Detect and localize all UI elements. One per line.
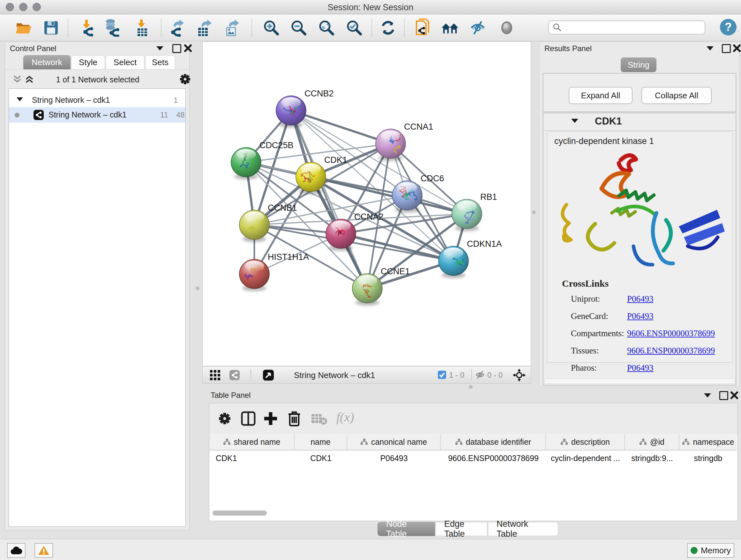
table-panel-close-icon[interactable] bbox=[730, 391, 738, 399]
zoom-out-button[interactable] bbox=[290, 19, 308, 37]
network-node-CCNE1[interactable] bbox=[352, 273, 382, 306]
results-panel-collapse-icon[interactable] bbox=[706, 46, 714, 51]
tab-style[interactable]: Style bbox=[71, 55, 105, 69]
zoom-selected-button[interactable] bbox=[345, 19, 363, 37]
open-session-button[interactable] bbox=[15, 19, 33, 37]
network-node-CDKN1A[interactable] bbox=[439, 246, 468, 278]
selected-checkbox-icon[interactable] bbox=[437, 370, 447, 379]
fit-content-button[interactable] bbox=[318, 19, 335, 37]
cloud-status-button[interactable] bbox=[7, 543, 25, 558]
export-table-button[interactable] bbox=[195, 19, 213, 37]
network-node-CCNB1[interactable] bbox=[239, 210, 269, 242]
export-network-button[interactable] bbox=[168, 19, 186, 37]
warnings-button[interactable] bbox=[35, 543, 53, 558]
tab-network[interactable]: Network bbox=[23, 55, 71, 69]
add-column-icon[interactable] bbox=[263, 411, 278, 426]
crosslink-tissues-link[interactable]: 9606.ENSP00000378699 bbox=[627, 346, 715, 356]
search-field[interactable] bbox=[548, 20, 705, 35]
tab-node-table[interactable]: Node Table bbox=[378, 522, 435, 536]
network-node-CDC25B[interactable] bbox=[231, 147, 261, 179]
help-button[interactable]: ? bbox=[720, 19, 737, 36]
column-label: shared name bbox=[234, 437, 280, 447]
collection-expand-icon[interactable] bbox=[17, 98, 23, 101]
table-hscrollbar-thumb[interactable] bbox=[212, 510, 267, 516]
crosslink-pharos-link[interactable]: P06493 bbox=[627, 363, 654, 373]
import-network-database-button[interactable] bbox=[103, 19, 121, 37]
network-node-CCNA2[interactable] bbox=[326, 219, 356, 251]
string-import-button[interactable] bbox=[414, 19, 432, 37]
results-panel-title: Results Panel bbox=[544, 44, 592, 53]
network-graph[interactable]: CCNB2CCNA1CDC25BCDK1CDC6RB1CCNB1CCNA2CDK… bbox=[203, 42, 530, 365]
memory-button[interactable]: Memory bbox=[687, 543, 734, 558]
import-network-file-button[interactable] bbox=[78, 19, 96, 37]
network-selection-status: 1 of 1 Network selected bbox=[40, 75, 155, 84]
column-label: description bbox=[571, 437, 610, 447]
network-list: String Network – cdk1 1 String Network –… bbox=[9, 88, 186, 527]
save-session-button[interactable] bbox=[42, 19, 60, 37]
tab-select[interactable]: Select bbox=[106, 55, 145, 69]
navigate-crosshair-icon[interactable] bbox=[513, 369, 526, 381]
network-badge-icon[interactable] bbox=[229, 370, 240, 381]
network-node-CCNA1[interactable] bbox=[376, 129, 406, 161]
refresh-view-button[interactable] bbox=[379, 19, 397, 37]
tab-network-table[interactable]: Network Table bbox=[488, 522, 558, 536]
results-panel-float-icon[interactable] bbox=[722, 44, 731, 53]
zoom-in-button[interactable] bbox=[262, 19, 280, 37]
tab-string[interactable]: String bbox=[621, 57, 657, 72]
results-panel-close-icon[interactable] bbox=[733, 44, 741, 52]
network-collection-row[interactable]: String Network – cdk1 1 bbox=[9, 93, 185, 107]
results-tree-box: CDK1 cyclin-dependent kinase 1 bbox=[543, 113, 736, 385]
delete-column-icon[interactable] bbox=[287, 410, 301, 427]
column-header[interactable]: @id bbox=[625, 434, 679, 450]
right-splitter-handle[interactable] bbox=[532, 210, 536, 214]
collapse-all-button[interactable]: Collapse All bbox=[642, 87, 712, 104]
string-preview-button[interactable] bbox=[498, 19, 516, 37]
table-panel-collapse-icon[interactable] bbox=[704, 393, 711, 397]
hidden-elements-icon[interactable] bbox=[475, 370, 485, 379]
column-header[interactable]: description bbox=[546, 434, 625, 450]
left-splitter-handle[interactable] bbox=[196, 287, 199, 290]
string-home-button[interactable] bbox=[441, 19, 459, 37]
birds-eye-view-icon[interactable] bbox=[263, 369, 274, 381]
import-table-file-button[interactable] bbox=[133, 19, 151, 37]
column-header[interactable]: name bbox=[294, 434, 347, 450]
network-edge-CCNB2-RB1[interactable] bbox=[291, 111, 467, 214]
export-image-button[interactable] bbox=[223, 19, 241, 37]
table-settings-gear-icon[interactable] bbox=[218, 412, 231, 425]
expand-all-icon[interactable] bbox=[25, 75, 35, 84]
protein-entry-expand-icon[interactable] bbox=[571, 119, 578, 123]
node-label-CCNB1: CCNB1 bbox=[268, 203, 297, 212]
network-node-count: 11 bbox=[160, 111, 168, 119]
control-panel-float-icon[interactable] bbox=[172, 44, 181, 53]
network-row[interactable]: String Network – cdk1 11 48 bbox=[9, 107, 185, 123]
expand-all-button[interactable]: Expand All bbox=[569, 87, 632, 104]
network-node-HIST1H1A[interactable] bbox=[239, 259, 269, 291]
crosslink-compartments-link[interactable]: 9606.ENSP00000378699 bbox=[627, 328, 715, 338]
results-hscrollbar[interactable] bbox=[544, 379, 735, 384]
column-header[interactable]: shared name bbox=[209, 434, 294, 450]
tab-sets[interactable]: Sets bbox=[145, 55, 175, 69]
control-panel-collapse-icon[interactable] bbox=[156, 46, 163, 51]
control-panel-close-icon[interactable] bbox=[184, 44, 192, 52]
show-columns-icon[interactable] bbox=[241, 411, 256, 426]
network-options-gear-icon[interactable] bbox=[179, 73, 191, 85]
column-header[interactable]: namespace bbox=[679, 434, 737, 450]
network-edge-CCNB2-CCNA1[interactable] bbox=[291, 111, 391, 144]
crosslink-uniprot-link[interactable]: P06493 bbox=[627, 294, 654, 304]
crosslink-genecard-link[interactable]: P06493 bbox=[627, 311, 654, 321]
table-row[interactable]: CDK1 CDK1 P06493 9606.ENSP00000378699 cy… bbox=[209, 450, 737, 466]
grid-view-icon[interactable] bbox=[210, 370, 220, 381]
horizontal-splitter-handle[interactable] bbox=[469, 385, 473, 389]
collapse-all-icon[interactable] bbox=[13, 75, 23, 84]
tab-edge-table[interactable]: Edge Table bbox=[435, 522, 487, 536]
network-canvas[interactable]: CCNB2CCNA1CDC25BCDK1CDC6RB1CCNB1CCNA2CDK… bbox=[202, 42, 531, 366]
column-header[interactable]: database identifier bbox=[441, 434, 546, 450]
column-header[interactable]: canonical name bbox=[347, 434, 441, 450]
string-hide-button[interactable] bbox=[469, 19, 487, 37]
network-node-RB1[interactable] bbox=[452, 199, 482, 231]
protein-entry-header[interactable]: CDK1 bbox=[543, 113, 736, 131]
search-input[interactable] bbox=[562, 23, 700, 32]
table-panel-float-icon[interactable] bbox=[719, 391, 728, 400]
fit-content-icon bbox=[318, 19, 335, 36]
network-node-CDK1[interactable] bbox=[296, 162, 326, 194]
